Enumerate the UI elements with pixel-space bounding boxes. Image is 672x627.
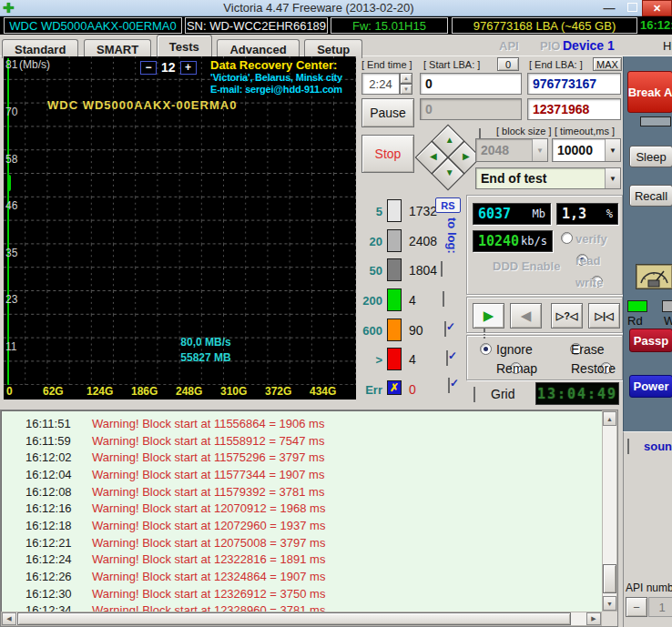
scroll-up-icon[interactable]: ▲: [603, 411, 616, 426]
log-entry: 16:12:04Warning! Block start at 11577344…: [1, 466, 617, 483]
current-lba-field: 12371968: [527, 98, 621, 120]
start-test-button[interactable]: ▶: [473, 303, 504, 329]
timeout-value: 10000: [553, 143, 593, 157]
histogram-swatch: [387, 319, 402, 341]
speed-value: 10240: [478, 233, 519, 249]
histogram-label: 600: [355, 324, 382, 338]
sleep-button[interactable]: Sleep: [629, 146, 672, 167]
left-arrow-icon: ◀: [423, 151, 444, 161]
log-entry: 16:12:24Warning! Block start at 12322816…: [1, 551, 617, 569]
tab-tests[interactable]: Tests: [157, 35, 212, 57]
power-button[interactable]: Power: [629, 375, 672, 398]
end-action-select[interactable]: End of test ▼: [475, 167, 621, 189]
write-led: [662, 300, 672, 312]
zoom-in-button[interactable]: +: [180, 61, 197, 75]
scrollbar-thumb[interactable]: [603, 564, 616, 593]
end-action-value: End of test: [476, 171, 546, 186]
log-vertical-scrollbar[interactable]: ▲ ▼: [602, 410, 617, 612]
x-tick: 62G: [43, 385, 64, 398]
histogram-label: >: [355, 353, 382, 367]
timeout-select[interactable]: 10000 ▼: [552, 138, 621, 162]
to-log-checkbox-err[interactable]: [448, 378, 450, 393]
recall-button[interactable]: Recall: [629, 185, 672, 207]
victoria-window: ✚ Victoria 4.47 Freeware (2013-02-20) — …: [0, 0, 672, 627]
maximize-button[interactable]: [627, 3, 637, 12]
zoom-out-button[interactable]: −: [140, 61, 157, 75]
rs-button[interactable]: RS: [435, 197, 461, 213]
start-lba-input[interactable]: 0: [420, 73, 522, 95]
scroll-right-icon[interactable]: ▶: [586, 612, 601, 625]
log-entry: 16:12:08Warning! Block start at 11579392…: [1, 483, 617, 501]
pause-button[interactable]: Pause: [361, 98, 414, 127]
end-lba-input[interactable]: 976773167: [527, 73, 621, 95]
sound-checkbox[interactable]: [627, 439, 629, 454]
seek-test-button[interactable]: ▷?◁: [551, 303, 583, 329]
to-log-checkbox-600[interactable]: [444, 321, 446, 337]
tab-setup[interactable]: Setup: [304, 39, 362, 58]
title-bar[interactable]: ✚ Victoria 4.47 Freeware (2013-02-20) — …: [0, 0, 672, 16]
y-tick: 23: [5, 293, 17, 306]
x-tick: 0: [6, 385, 13, 398]
histogram-swatch: [387, 288, 402, 311]
erase-label: Erase: [571, 342, 605, 357]
drive-info-bar: WDC WD5000AAKX-00ERMA0 SN: WD-WCC2EHR661…: [0, 16, 672, 35]
remap-label: Remap: [496, 361, 537, 376]
tab-smart[interactable]: SMART: [84, 39, 151, 58]
api-label: API: [499, 39, 519, 53]
minimize-button[interactable]: —: [603, 1, 616, 15]
passport-button[interactable]: Passp: [629, 329, 672, 352]
verify-radio[interactable]: [561, 232, 573, 244]
log-entry: 16:12:21Warning! Block start at 12075008…: [1, 534, 617, 551]
hide-label: Hi: [663, 39, 672, 53]
end-time-spinner[interactable]: 2:24 ▲ ▼: [361, 73, 414, 95]
break-all-button[interactable]: Break A: [627, 71, 672, 113]
ddd-enable-label: DDD Enable: [493, 259, 560, 273]
to-log-checkbox-gt[interactable]: [446, 350, 448, 366]
close-button[interactable]: ✕: [642, 0, 672, 16]
chevron-down-icon: ▼: [605, 139, 620, 161]
jump-end-button[interactable]: ▷|◁: [588, 303, 620, 329]
sound-label: soun: [644, 440, 672, 453]
banner-line3: E-mail: sergei@hdd-911.com: [210, 84, 355, 96]
log-horizontal-scrollbar[interactable]: ◀ ▶: [1, 612, 602, 626]
y-tick: 35: [5, 247, 17, 259]
tab-advanced[interactable]: Advanced: [217, 39, 299, 58]
api-number-value: 1: [648, 597, 672, 617]
mb-unit: Mb: [533, 207, 545, 220]
block-size-select[interactable]: 2048 ▼: [475, 138, 548, 162]
histogram-count: 0: [409, 382, 416, 397]
histogram-count: 4: [409, 352, 416, 367]
scroll-left-icon[interactable]: ◀: [2, 612, 16, 625]
speed-unit: kb/s: [521, 235, 547, 248]
block-size-value: 2048: [476, 143, 509, 157]
read-led-label: Rd: [627, 314, 643, 328]
end-time-up-button[interactable]: ▲: [400, 73, 412, 84]
step-back-button[interactable]: ◀: [510, 303, 542, 329]
histogram-count: 4: [409, 293, 416, 308]
scrollbar-corner: [602, 612, 617, 626]
end-time-down-button[interactable]: ▼: [400, 84, 412, 95]
percent-unit: %: [606, 207, 613, 220]
ignore-label: Ignore: [496, 342, 533, 357]
write-led-label: W: [664, 314, 672, 328]
speed-trace-bump: [7, 175, 11, 191]
histogram-count: 90: [409, 323, 423, 338]
to-log-checkbox-200[interactable]: [443, 291, 444, 307]
transport-group: ▶ ◀ ▷?◁ ▷|◁: [466, 297, 623, 333]
stop-button[interactable]: Stop: [361, 135, 414, 173]
log-entry: 16:12:18Warning! Block start at 12072960…: [1, 517, 617, 534]
api-number-minus-button[interactable]: −: [626, 597, 647, 617]
start-lba-zero-button[interactable]: 0: [497, 57, 519, 71]
scroll-down-icon[interactable]: ▼: [603, 596, 616, 611]
to-log-checkbox-50[interactable]: [441, 261, 443, 277]
current-start-field: 0: [420, 98, 522, 120]
grid-checkbox[interactable]: [473, 387, 475, 402]
zoom-value: 12: [161, 60, 176, 75]
ignore-radio[interactable]: [480, 343, 492, 355]
scrollbar-thumb[interactable]: [17, 612, 571, 625]
max-lba-button[interactable]: MAX: [593, 57, 622, 71]
banner-line1: Data Recovery Center:: [210, 59, 355, 72]
current-speed-overlay: 80,0 MB/s 55827 MB: [138, 335, 273, 366]
tab-standard[interactable]: Standard: [2, 39, 78, 58]
log-entry: 16:11:59Warning! Block start at 11558912…: [1, 432, 617, 450]
